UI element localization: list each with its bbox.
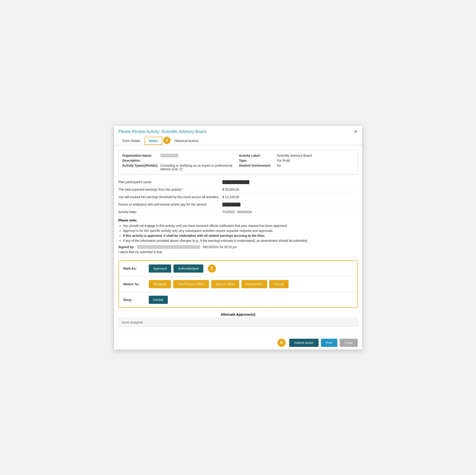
please-note-item-4: If any of the information provided above… [123, 239, 358, 242]
student-involvement-value: No [277, 164, 281, 167]
modal-header: Please Review Activity: Scientific Advis… [114, 126, 362, 134]
type-value: For Profit [277, 159, 290, 162]
badge-5: 5 [208, 264, 216, 273]
vice-provost-office-button[interactable]: Vice Provost Office [173, 280, 209, 288]
participant-row: Plan participant's name: ████████████ [119, 178, 358, 186]
activity-label-value: Scientific Advisory Board [277, 154, 312, 157]
mark-as-section: Mark As: Approved Acknowledged 5 [119, 261, 357, 276]
tab-notes-badge: 4 [163, 137, 170, 144]
please-note-item-2: Approval is for this specific activity o… [123, 229, 358, 233]
earnings-row: The total expected earnings from this ac… [119, 186, 358, 193]
attest-row: I attest that my submittal is true [119, 250, 358, 254]
org-name-label: Organization Name: [122, 154, 158, 157]
signed-label: Signed by: [119, 245, 135, 249]
department-button[interactable]: Department [241, 280, 267, 288]
participant-value: ████████████ [222, 180, 249, 184]
deny-section: Deny: Denied [119, 292, 357, 308]
mark-as-label: Mark As: [123, 267, 146, 270]
deny-buttons: Denied [149, 296, 168, 304]
approved-button[interactable]: Approved [149, 264, 171, 273]
threshold-label: You will exceed the earnings threshold b… [119, 195, 222, 199]
deans-office-button[interactable]: Dean's Office [211, 280, 239, 288]
tab-bar: Form Details Notes 4 Historical Actions [114, 134, 362, 145]
info-box: Organization Name: ████████ Description:… [119, 150, 358, 175]
faculty-button[interactable]: Faculty [269, 280, 289, 288]
type-row: Type: For Profit [239, 159, 354, 162]
info-left: Organization Name: ████████ Description:… [122, 154, 237, 171]
deny-label: Deny: [123, 298, 146, 302]
student-involvement-row: Student Involvement: No [239, 164, 354, 167]
signed-name: ████████████████████████████ [137, 245, 200, 249]
alternate-value: None assigned [119, 318, 358, 327]
alternate-section: Alternate Approver(s) None assigned [119, 312, 358, 327]
entity-row: Person or entity(ies) who will receive a… [119, 201, 358, 208]
please-note-section: Please note: You should not engage in th… [119, 219, 358, 242]
return-to-buttons: Reviewer Vice Provost Office Dean's Offi… [149, 280, 289, 288]
earnings-label: The total expected earnings from this ac… [119, 188, 222, 191]
entity-value: ████████ [222, 203, 241, 206]
activity-date-label: Activity Date: [119, 210, 222, 214]
threshold-value: $ 12,120.00 [222, 195, 239, 199]
entity-label: Person or entity(ies) who will receive a… [119, 203, 222, 206]
divider [119, 257, 358, 258]
threshold-row: You will exceed the earnings threshold b… [119, 193, 358, 201]
mark-as-buttons: Approved Acknowledged 5 [149, 264, 216, 273]
student-involvement-label: Student Involvement: [239, 164, 275, 167]
print-button[interactable]: Print [321, 339, 337, 347]
tab-historical-actions[interactable]: Historical Actions [170, 137, 203, 145]
action-box: Mark As: Approved Acknowledged 5 Return … [119, 260, 358, 308]
review-activity-modal: Please Review Activity: Scientific Advis… [114, 126, 362, 350]
return-to-label: Return To: [123, 282, 146, 286]
tab-notes[interactable]: Notes [144, 137, 162, 145]
modal-body: Organization Name: ████████ Description:… [114, 145, 362, 336]
submit-action-button[interactable]: Submit Action [289, 339, 319, 347]
activity-label-label: Activity Label: [239, 154, 275, 157]
org-name-row: Organization Name: ████████ [122, 154, 237, 157]
participant-label: Plan participant's name: [119, 180, 222, 184]
please-note-item-3: If this activity is approved, it shall b… [123, 234, 358, 238]
please-note-list: You should not engage in this activity u… [119, 224, 358, 242]
please-note-title: Please note: [119, 219, 358, 222]
acknowledged-button[interactable]: Acknowledged [173, 264, 203, 273]
activity-types-row: Activity Type(s)/Role(s): Consulting or … [122, 164, 237, 171]
close-icon[interactable]: ✕ [354, 129, 358, 134]
earnings-value: $ 55,000.00 [222, 188, 239, 191]
org-name-value: ████████ [160, 154, 178, 157]
close-button[interactable]: Close [340, 339, 358, 347]
activity-types-label: Activity Type(s)/Role(s): [122, 164, 158, 171]
modal-footer: 6 Submit Action Print Close [114, 336, 362, 349]
tab-form-details[interactable]: Form Details [119, 137, 144, 145]
description-row: Description: [122, 159, 237, 162]
denied-button[interactable]: Denied [149, 296, 168, 304]
description-label: Description: [122, 159, 158, 162]
return-to-section: Return To: Reviewer Vice Provost Office … [119, 276, 357, 292]
activity-types-value: Consulting or testifying as an expert or… [160, 164, 237, 171]
signed-row: Signed by: ████████████████████████████ … [119, 245, 358, 249]
alternate-title: Alternate Approver(s) [119, 312, 358, 316]
activity-label-row: Activity Label: Scientific Advisory Boar… [239, 154, 354, 157]
modal-title: Please Review Activity: Scientific Advis… [119, 129, 206, 134]
reviewer-button[interactable]: Reviewer [149, 280, 171, 288]
activity-date-row: Activity Date: 7/1/2023 - 6/30/2024 [119, 208, 358, 216]
activity-date-value: 7/1/2023 - 6/30/2024 [222, 210, 252, 214]
signed-datetime: 09/13/2024 04:19:15 pm [203, 245, 237, 249]
please-note-item-1: You should not engage in this activity u… [123, 224, 358, 228]
type-label: Type: [239, 159, 275, 162]
badge-6: 6 [277, 339, 286, 347]
info-right: Activity Label: Scientific Advisory Boar… [239, 154, 354, 171]
